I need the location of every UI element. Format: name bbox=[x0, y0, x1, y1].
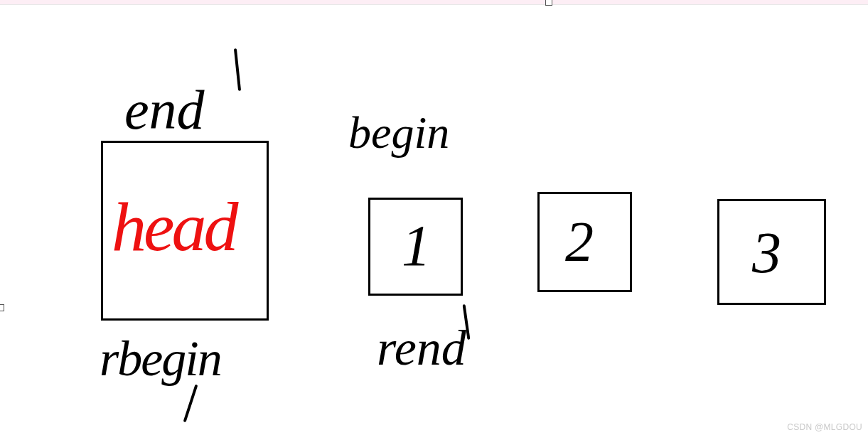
watermark: CSDN @MLGDOU bbox=[787, 422, 862, 432]
node-head-label: head bbox=[112, 187, 236, 267]
label-begin: begin bbox=[348, 107, 449, 159]
diagram-canvas: end head begin 1 2 3 rbegin rend CSDN @M… bbox=[0, 0, 868, 435]
node-1-box: 1 bbox=[368, 198, 463, 296]
selection-handle-left[interactable] bbox=[0, 304, 4, 311]
editor-top-bar bbox=[0, 0, 868, 5]
node-3-box: 3 bbox=[717, 199, 826, 305]
node-head-box: head bbox=[101, 141, 269, 321]
node-2-box: 2 bbox=[537, 192, 632, 292]
deco-stroke-rbegin-tail bbox=[183, 385, 198, 423]
label-end: end bbox=[124, 78, 205, 142]
label-rbegin: rbegin bbox=[100, 331, 221, 387]
node-3-label: 3 bbox=[752, 220, 781, 286]
node-1-label: 1 bbox=[402, 213, 431, 279]
node-2-label: 2 bbox=[565, 210, 594, 274]
deco-stroke-end-tail bbox=[234, 48, 241, 91]
label-rend: rend bbox=[377, 320, 466, 377]
selection-handle-top[interactable] bbox=[545, 0, 552, 6]
